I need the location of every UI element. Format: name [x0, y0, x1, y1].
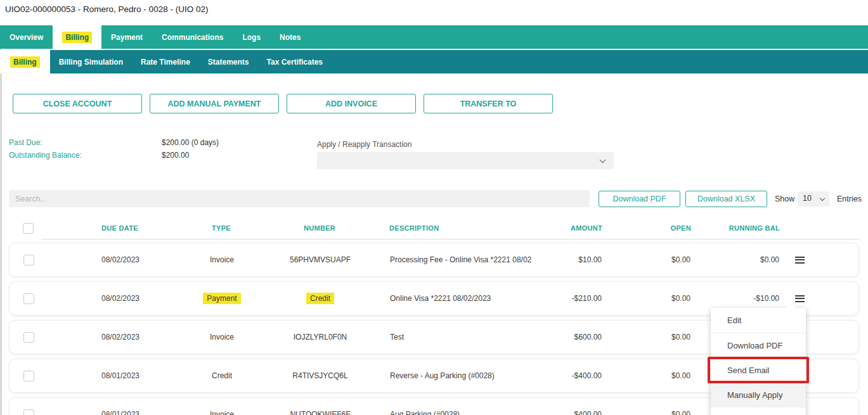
- cell-type: Invoice: [210, 333, 234, 342]
- entries-label: Entries: [837, 195, 862, 203]
- download-xlsx-button[interactable]: Download XLSX: [685, 191, 767, 207]
- cell-number: IOJZLYRL0F0N: [294, 333, 347, 342]
- download-pdf-button[interactable]: Download PDF: [599, 191, 680, 207]
- header-type[interactable]: TYPE: [193, 224, 250, 232]
- cell-description: Aug Parking (#0028): [390, 410, 551, 415]
- menu-item-manually-apply[interactable]: Manually Apply: [711, 382, 806, 407]
- cell-open: $0.00: [602, 294, 690, 303]
- page-title: UIO02-000000053 - Romero, Pedro - 0028 -…: [5, 4, 208, 14]
- header-amount[interactable]: AMOUNT: [552, 224, 602, 232]
- cell-amount: -$210.00: [551, 294, 602, 303]
- cell-description: Test: [390, 333, 551, 342]
- subtab-billing-simulation[interactable]: Billing Simulation: [50, 50, 132, 73]
- cell-description: Online Visa *2221 08/02/2023: [390, 294, 551, 303]
- cell-open: $0.00: [602, 333, 690, 342]
- cell-due-date: 08/01/2023: [48, 410, 193, 415]
- close-account-button[interactable]: CLOSE ACCOUNT: [13, 94, 142, 113]
- add-invoice-button[interactable]: ADD INVOICE: [287, 94, 416, 113]
- cell-number: R4TIVSJYCQ6L: [292, 371, 347, 380]
- header-description[interactable]: DESCRIPTION: [389, 224, 552, 232]
- tab-logs[interactable]: Logs: [233, 25, 270, 49]
- header-divider: [41, 239, 859, 239]
- row-checkbox[interactable]: [23, 371, 34, 381]
- tab-notes[interactable]: Notes: [270, 25, 310, 49]
- cell-amount: $10.00: [551, 255, 602, 264]
- row-context-menu: Edit Download PDF Send Email Manually Ap…: [711, 308, 806, 415]
- transfer-to-button[interactable]: TRANSFER TO: [424, 94, 553, 113]
- cell-running-bal: $0.00: [690, 255, 779, 264]
- main-nav: Overview Billing Payment Communications …: [0, 25, 868, 49]
- tab-communications[interactable]: Communications: [152, 25, 233, 49]
- search-input[interactable]: [9, 190, 590, 207]
- past-due-label: Past Due:: [9, 138, 162, 147]
- context-menu-caret: [785, 303, 796, 309]
- outstanding-balance-value: $200.00: [162, 151, 189, 160]
- cell-number: NUTOOKWIEF6F: [290, 410, 350, 415]
- subtab-rate-timeline[interactable]: Rate Timeline: [132, 50, 199, 73]
- row-checkbox[interactable]: [23, 332, 34, 343]
- cell-running-bal: -$10.00: [690, 294, 779, 303]
- subtab-tax-certificates[interactable]: Tax Certificates: [258, 50, 332, 73]
- cell-number: 56PHVMVSUAPF: [290, 255, 351, 264]
- account-actions: CLOSE ACCOUNT ADD MANUAL PAYMENT ADD INV…: [13, 94, 553, 113]
- entries-count-select[interactable]: 10: [798, 191, 829, 207]
- cell-open: $0.00: [602, 371, 690, 380]
- cell-type: Credit: [212, 371, 232, 380]
- tab-billing[interactable]: Billing: [53, 25, 101, 49]
- header-running-bal[interactable]: RUNNING BAL: [691, 224, 780, 232]
- cell-type-highlighted: Payment: [203, 293, 240, 304]
- header-open[interactable]: OPEN: [602, 224, 691, 232]
- menu-item-send-email[interactable]: Send Email: [711, 357, 806, 382]
- balance-summary: Past Due: $200.00 (0 days) Outstanding B…: [9, 138, 219, 163]
- cell-open: $0.00: [602, 255, 690, 264]
- menu-item-edit[interactable]: Edit: [711, 308, 806, 333]
- cell-due-date: 08/02/2023: [48, 255, 193, 264]
- add-manual-payment-button[interactable]: ADD MANUAL PAYMENT: [150, 94, 279, 113]
- show-label: Show: [775, 195, 794, 203]
- cell-amount: -$400.00: [551, 371, 602, 380]
- chevron-down-icon: [600, 157, 606, 163]
- cell-due-date: 08/02/2023: [48, 294, 193, 303]
- select-all-checkbox[interactable]: [23, 223, 34, 234]
- outstanding-balance-label: Outstanding Balance:: [9, 151, 162, 160]
- subtab-statements[interactable]: Statements: [199, 50, 258, 73]
- header-due-date[interactable]: DUE DATE: [47, 224, 193, 232]
- row-checkbox[interactable]: [23, 255, 34, 265]
- apply-reapply-select[interactable]: [317, 152, 614, 169]
- apply-reapply-block: Apply / Reapply Transaction: [317, 140, 614, 169]
- past-due-value: $200.00 (0 days): [162, 138, 219, 147]
- apply-reapply-label: Apply / Reapply Transaction: [317, 140, 614, 149]
- cell-number-highlighted: Credit: [306, 293, 334, 304]
- cell-amount: $600.00: [551, 333, 602, 342]
- row-menu-icon[interactable]: [795, 255, 805, 265]
- page-left-border: [0, 25, 2, 415]
- billing-sub-nav: Billing Billing Simulation Rate Timeline…: [0, 50, 868, 73]
- tab-payment[interactable]: Payment: [101, 25, 152, 49]
- row-menu-icon[interactable]: [795, 293, 805, 304]
- cell-type: Invoice: [210, 410, 234, 415]
- entries-count-value: 10: [803, 194, 812, 203]
- header-number[interactable]: NUMBER: [250, 224, 389, 232]
- cell-amount: $400.00: [551, 410, 602, 415]
- cell-description: Reverse - Aug Parking (#0028): [390, 371, 551, 380]
- cell-description: Processing Fee - Online Visa *2221 08/02: [390, 255, 551, 264]
- chevron-down-icon: [820, 196, 825, 201]
- tab-billing-label: Billing: [62, 32, 92, 43]
- row-checkbox[interactable]: [23, 293, 34, 304]
- menu-item-partial[interactable]: [711, 407, 806, 415]
- cell-due-date: 08/02/2023: [48, 333, 193, 342]
- tab-overview[interactable]: Overview: [0, 25, 53, 49]
- row-checkbox[interactable]: [23, 409, 34, 415]
- cell-type: Invoice: [210, 255, 234, 264]
- cell-due-date: 08/01/2023: [48, 371, 193, 380]
- table-row: 08/02/2023 Invoice 56PHVMVSUAPF Processi…: [9, 243, 859, 277]
- cell-open: $0.00: [602, 410, 690, 415]
- subtab-billing-label: Billing: [10, 56, 40, 68]
- subtab-billing[interactable]: Billing: [0, 50, 50, 73]
- table-header: DUE DATE TYPE NUMBER DESCRIPTION AMOUNT …: [9, 219, 859, 238]
- menu-item-download-pdf[interactable]: Download PDF: [711, 333, 806, 357]
